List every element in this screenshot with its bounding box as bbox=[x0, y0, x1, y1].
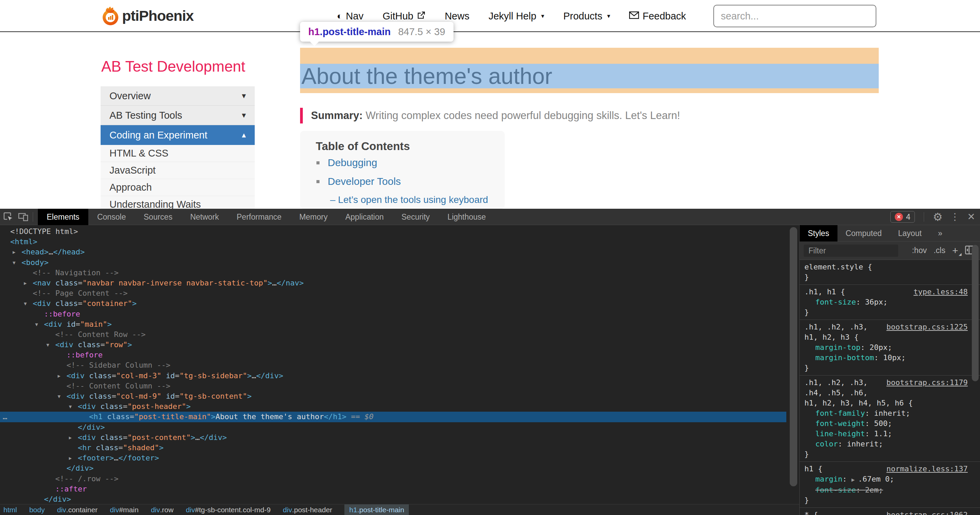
breadcrumb-div-main[interactable]: div#main bbox=[110, 504, 138, 515]
dom-node[interactable]: <!-- Content Row --> bbox=[0, 330, 786, 340]
dom-node[interactable]: ▼<div class="container"> bbox=[0, 298, 786, 309]
css-declaration[interactable]: margin-top: 20px; bbox=[804, 343, 975, 352]
css-declaration[interactable]: font-size: 36px; bbox=[804, 297, 975, 307]
css-declaration[interactable]: font-weight: 500; bbox=[804, 418, 975, 429]
device-toolbar-icon[interactable] bbox=[16, 209, 31, 225]
dom-node[interactable]: ▶<nav class="navbar navbar-inverse navba… bbox=[0, 278, 786, 288]
css-declaration[interactable]: font-size: 2em; bbox=[804, 485, 975, 495]
kebab-menu-icon[interactable]: ⋮ bbox=[950, 212, 960, 222]
css-source-link[interactable]: bootstrap.css:1179 bbox=[886, 378, 968, 388]
dom-node[interactable]: <!DOCTYPE html> bbox=[0, 226, 786, 237]
styles-tab-computed[interactable]: Computed bbox=[837, 225, 890, 241]
devtools-tab-performance[interactable]: Performance bbox=[228, 209, 291, 225]
devtools-tab-lighthouse[interactable]: Lighthouse bbox=[439, 209, 495, 225]
breadcrumb-html[interactable]: html bbox=[3, 504, 17, 515]
devtools-tab-elements[interactable]: Elements bbox=[38, 209, 88, 225]
dom-node[interactable]: <html> bbox=[0, 237, 786, 247]
breadcrumb-div-tg-sb-content-col-md-9[interactable]: div#tg-sb-content.col-md-9 bbox=[186, 504, 271, 515]
css-declaration[interactable]: color: inherit; bbox=[804, 439, 975, 449]
tree-expand-closed-icon[interactable]: ▶ bbox=[13, 247, 15, 257]
elements-scrollbar[interactable] bbox=[790, 227, 797, 486]
error-count-badge[interactable]: ✕ 4 bbox=[890, 211, 915, 223]
toc-link-debugging[interactable]: Debugging bbox=[328, 157, 377, 169]
breadcrumb-div-post-header[interactable]: div.post-header bbox=[283, 504, 332, 515]
dom-node[interactable]: </div> bbox=[0, 463, 786, 474]
breadcrumb-body[interactable]: body bbox=[29, 504, 45, 515]
breadcrumb-div-container[interactable]: div.container bbox=[57, 504, 97, 515]
dom-node[interactable]: ▼<div class="post-header"> bbox=[0, 402, 786, 412]
nav-item-feedback[interactable]: Feedback bbox=[629, 11, 686, 22]
dom-node[interactable]: ▼<div class="col-md-9" id="tg-sb-content… bbox=[0, 391, 786, 402]
shorthand-expand-icon[interactable]: ▶ bbox=[851, 477, 858, 483]
styles-scrollbar[interactable] bbox=[972, 245, 978, 381]
dom-node[interactable]: ▶<div class="post-content">…</div> bbox=[0, 432, 786, 443]
devtools-tab-sources[interactable]: Sources bbox=[135, 209, 181, 225]
dom-node[interactable]: <!-- /.row --> bbox=[0, 474, 786, 484]
tree-expand-open-icon[interactable]: ▼ bbox=[57, 391, 60, 402]
tree-expand-open-icon[interactable]: ▼ bbox=[35, 319, 38, 330]
search-input[interactable] bbox=[713, 5, 877, 27]
devtools-tab-console[interactable]: Console bbox=[88, 209, 135, 225]
dom-node[interactable]: ::after bbox=[0, 484, 786, 494]
dom-node[interactable]: ▼<div class="row"> bbox=[0, 340, 786, 350]
devtools-tab-application[interactable]: Application bbox=[337, 209, 393, 225]
sidebar-item-approach[interactable]: Approach bbox=[100, 179, 255, 196]
dom-node[interactable]: <!-- Navigation --> bbox=[0, 268, 786, 278]
nav-item-github[interactable]: GitHub bbox=[383, 11, 426, 22]
dom-node[interactable]: ▼<body> bbox=[0, 257, 786, 268]
styles-filter-input[interactable]: Filter bbox=[804, 244, 898, 257]
close-devtools-icon[interactable]: ✕ bbox=[967, 212, 975, 222]
devtools-tab-security[interactable]: Security bbox=[393, 209, 439, 225]
sidebar-item-understanding-waits[interactable]: Understanding Waits bbox=[100, 196, 255, 209]
dom-node[interactable]: <!-- Content Column --> bbox=[0, 381, 786, 391]
sidebar-item-ab-testing-tools[interactable]: AB Testing Tools▼ bbox=[100, 106, 255, 125]
nav-item-products[interactable]: Products▾ bbox=[563, 11, 610, 22]
tree-expand-closed-icon[interactable]: ▶ bbox=[57, 371, 60, 381]
styles-tab-layout[interactable]: Layout bbox=[890, 225, 930, 241]
sidebar-item-html-css[interactable]: HTML & CSS bbox=[100, 145, 255, 162]
toc-sub-link[interactable]: – Let’s open the tools using keyboard bbox=[330, 195, 488, 205]
nav-item-nav[interactable]: ◐Nav bbox=[337, 11, 363, 22]
class-toggle[interactable]: .cls bbox=[934, 246, 945, 255]
tree-expand-closed-icon[interactable]: ▶ bbox=[24, 278, 27, 288]
dom-node-selected[interactable]: …<h1 class="post-title-main">About the t… bbox=[0, 412, 786, 422]
devtools-tab-network[interactable]: Network bbox=[181, 209, 228, 225]
sidebar-item-javascript[interactable]: JavaScript bbox=[100, 162, 255, 179]
dom-node[interactable]: ::before bbox=[0, 350, 786, 360]
nav-item-jekyll-help[interactable]: Jekyll Help▾ bbox=[488, 11, 544, 22]
toc-link-developer-tools[interactable]: Developer Tools bbox=[328, 175, 401, 187]
styles-tab-styles[interactable]: Styles bbox=[800, 225, 837, 241]
tree-expand-open-icon[interactable]: ▼ bbox=[69, 402, 72, 412]
styles-more-tabs-icon[interactable]: » bbox=[930, 225, 951, 241]
new-style-rule-icon[interactable]: +◢ bbox=[952, 245, 958, 257]
dom-node[interactable]: ▶<footer>…</footer> bbox=[0, 453, 786, 463]
tree-expand-closed-icon[interactable]: ▶ bbox=[69, 432, 72, 443]
breadcrumb-h1-post-title-main[interactable]: h1.post-title-main bbox=[344, 504, 409, 515]
dom-node[interactable]: ▶<div class="col-md-3" id="tg-sb-sidebar… bbox=[0, 371, 786, 381]
settings-gear-icon[interactable]: ⚙ bbox=[933, 212, 943, 222]
devtools-tab-memory[interactable]: Memory bbox=[291, 209, 337, 225]
tree-expand-open-icon[interactable]: ▼ bbox=[24, 298, 27, 309]
brand-logo[interactable]: ptiPhoenix bbox=[100, 5, 194, 27]
sidebar-item-coding-an-experiment[interactable]: Coding an Experiment▲ bbox=[100, 125, 255, 145]
dom-node[interactable]: <hr class="shaded"> bbox=[0, 443, 786, 453]
dom-node[interactable]: ▶<head>…</head> bbox=[0, 247, 786, 257]
css-declaration[interactable]: font-family: inherit; bbox=[804, 408, 975, 418]
css-source-link[interactable]: type.less:48 bbox=[913, 287, 968, 297]
tree-expand-open-icon[interactable]: ▼ bbox=[13, 257, 15, 268]
css-source-link[interactable]: normalize.less:137 bbox=[886, 464, 968, 474]
breadcrumb-div-row[interactable]: div.row bbox=[151, 504, 173, 515]
css-declaration[interactable]: margin: ▶ .67em 0; bbox=[804, 474, 975, 485]
dom-node[interactable]: <!-- Page Content --> bbox=[0, 288, 786, 298]
dom-node[interactable]: ::before bbox=[0, 309, 786, 319]
css-declaration[interactable]: line-height: 1.1; bbox=[804, 429, 975, 439]
css-source-link[interactable]: bootstrap.css:1062 bbox=[886, 510, 968, 515]
hover-state-toggle[interactable]: :hov bbox=[912, 246, 926, 255]
dom-node[interactable]: ▼<div id="main"> bbox=[0, 319, 786, 330]
tree-expand-closed-icon[interactable]: ▶ bbox=[69, 453, 72, 463]
sidebar-item-overview[interactable]: Overview▼ bbox=[100, 86, 255, 106]
tree-expand-open-icon[interactable]: ▼ bbox=[46, 340, 49, 350]
css-declaration[interactable]: margin-bottom: 10px; bbox=[804, 352, 975, 363]
nav-item-news[interactable]: News bbox=[445, 11, 469, 22]
dom-node[interactable]: <!-- Sidebar Column --> bbox=[0, 360, 786, 370]
